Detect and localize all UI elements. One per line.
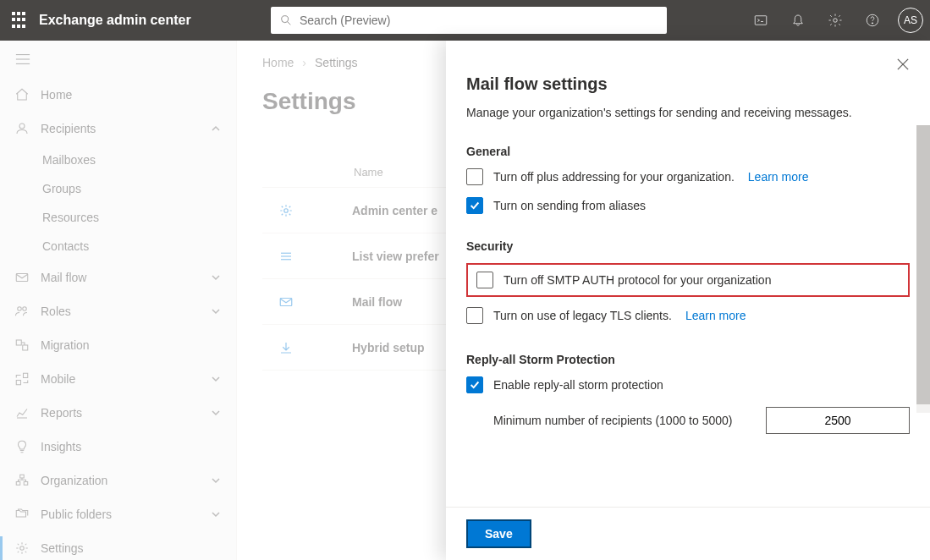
checkbox-label: Turn off SMTP AUTH protocol for your org…	[504, 273, 771, 287]
search-input[interactable]	[300, 14, 658, 27]
learn-more-link[interactable]: Learn more	[748, 170, 809, 184]
panel-description: Manage your organization's settings for …	[466, 106, 910, 119]
svg-rect-2	[755, 16, 767, 25]
scrollbar-track[interactable]	[916, 125, 930, 413]
checkbox[interactable]	[476, 272, 493, 288]
settings-panel: Mail flow settings Manage your organizat…	[446, 41, 930, 560]
section-storm-heading: Reply-all Storm Protection	[466, 353, 910, 366]
avatar[interactable]: AS	[898, 8, 923, 33]
header-title: Exchange admin center	[39, 13, 191, 28]
checkbox-label: Turn on sending from aliases	[493, 199, 646, 212]
save-button[interactable]: Save	[466, 519, 531, 548]
panel-footer: Save	[446, 507, 930, 560]
svg-point-4	[834, 19, 838, 23]
checkbox-smtp-auth: Turn off SMTP AUTH protocol for your org…	[476, 272, 900, 288]
checkbox-label: Enable reply-all storm protection	[493, 378, 663, 392]
section-security-heading: Security	[466, 239, 910, 253]
search-box[interactable]	[271, 7, 667, 34]
app-header: Exchange admin center AS	[0, 0, 930, 41]
settings-button[interactable]	[818, 0, 852, 41]
svg-point-0	[282, 16, 289, 23]
checkbox[interactable]	[466, 168, 483, 185]
notifications-button[interactable]	[781, 0, 815, 41]
checkbox[interactable]	[466, 307, 483, 324]
checkbox-legacy-tls: Turn on use of legacy TLS clients. Learn…	[466, 307, 910, 324]
section-general-heading: General	[466, 145, 910, 158]
checkbox-sending-aliases: Turn on sending from aliases	[466, 197, 910, 214]
field-min-recipients: Minimum number of recipients (1000 to 50…	[493, 407, 910, 434]
highlighted-smtp-auth-checkbox: Turn off SMTP AUTH protocol for your org…	[466, 263, 910, 297]
header-actions: AS	[744, 0, 923, 41]
app-launcher-icon[interactable]	[12, 12, 29, 29]
help-button[interactable]	[856, 0, 889, 41]
panel-title: Mail flow settings	[466, 74, 910, 94]
checkbox-enable-storm: Enable reply-all storm protection	[466, 376, 910, 393]
checkbox-plus-addressing: Turn off plus addressing for your organi…	[466, 168, 910, 185]
scrollbar-thumb[interactable]	[916, 125, 930, 404]
checkbox[interactable]	[466, 376, 483, 393]
min-recipients-input[interactable]	[766, 407, 910, 434]
field-label: Minimum number of recipients (1000 to 50…	[493, 414, 749, 427]
checkbox-label: Turn off plus addressing for your organi…	[493, 170, 735, 184]
svg-point-6	[872, 23, 872, 24]
panel-body: Mail flow settings Manage your organizat…	[446, 41, 930, 507]
close-button[interactable]	[891, 52, 915, 76]
svg-line-1	[288, 22, 290, 25]
checkbox[interactable]	[466, 197, 483, 214]
checkbox-label: Turn on use of legacy TLS clients.	[493, 309, 672, 322]
search-icon	[279, 14, 293, 27]
learn-more-link[interactable]: Learn more	[685, 309, 746, 322]
shell-terminal-button[interactable]	[744, 0, 778, 41]
